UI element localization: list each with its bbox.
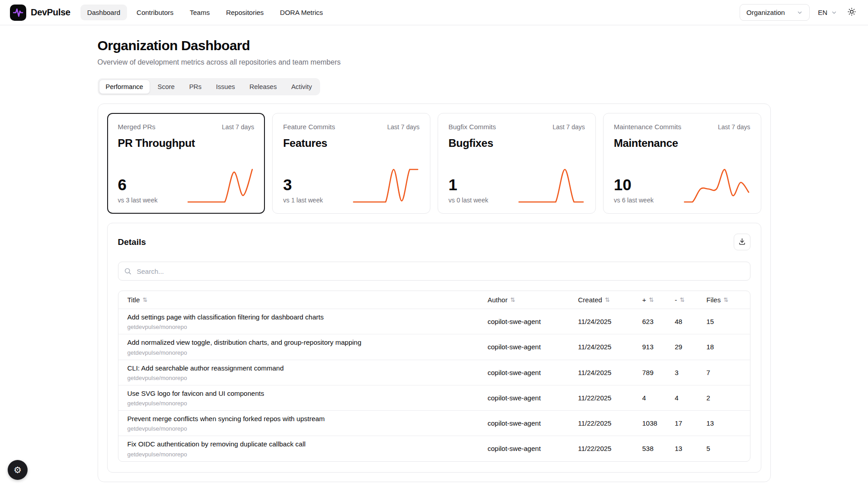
brand-name: DevPulse: [31, 7, 71, 18]
card-header: Feature Commits Last 7 days: [283, 123, 420, 131]
pr-title: Fix OIDC authentication by removing dupl…: [127, 440, 481, 449]
sparkline-chart: [352, 168, 420, 204]
column-header-files[interactable]: Files ⇅: [703, 291, 746, 309]
column-header-created[interactable]: Created ⇅: [575, 291, 639, 309]
tab-releases[interactable]: Releases: [243, 80, 283, 94]
tab-prs[interactable]: PRs: [182, 80, 208, 94]
table-row[interactable]: Add normalized view toggle, distribution…: [118, 334, 750, 359]
stat-card-pr-throughput[interactable]: Merged PRs Last 7 days PR Throughput 6 v…: [107, 113, 265, 214]
pr-title-cell: Fix OIDC authentication by removing dupl…: [122, 436, 484, 461]
card-period: Last 7 days: [387, 123, 420, 131]
tab-issues[interactable]: Issues: [209, 80, 242, 94]
page-title: Organization Dashboard: [98, 38, 771, 53]
pr-table: Title ⇅ Author ⇅ Created ⇅ +: [118, 291, 750, 462]
card-metric: 6 vs 3 last week: [118, 177, 158, 204]
pr-repo: getdevpulse/monorepo: [127, 324, 481, 330]
stat-cards: Merged PRs Last 7 days PR Throughput 6 v…: [107, 113, 761, 214]
card-value: 1: [448, 177, 488, 192]
card-title: Bugfixes: [448, 137, 585, 150]
sun-icon: [847, 7, 856, 18]
sort-icon: ⇅: [605, 297, 610, 303]
settings-fab[interactable]: ⚙: [8, 460, 28, 480]
card-eyebrow: Maintenance Commits: [614, 123, 681, 131]
search-input[interactable]: [118, 262, 750, 281]
nav-item-repositories[interactable]: Repositories: [219, 5, 270, 20]
pr-title-cell: Prevent merge conflicts when syncing for…: [122, 411, 484, 436]
card-header: Maintenance Commits Last 7 days: [614, 123, 750, 131]
pr-files: 5: [703, 441, 746, 456]
pr-title-cell: CLI: Add searchable author reassignment …: [122, 360, 484, 385]
organization-select-value: Organization: [746, 9, 785, 16]
pr-files: 18: [703, 339, 746, 354]
tab-performance[interactable]: Performance: [99, 80, 150, 94]
table-row[interactable]: Prevent merge conflicts when syncing for…: [118, 410, 750, 436]
pr-repo: getdevpulse/monorepo: [127, 375, 481, 381]
pr-title: CLI: Add searchable author reassignment …: [127, 364, 481, 373]
download-button[interactable]: [734, 234, 750, 250]
pr-additions: 4: [639, 390, 671, 405]
pr-files: 13: [703, 416, 746, 431]
chevron-down-icon: [831, 9, 837, 16]
metric-tabs: Performance Score PRs Issues Releases Ac…: [98, 78, 321, 95]
nav-item-contributors[interactable]: Contributors: [130, 5, 180, 20]
pr-title: Add normalized view toggle, distribution…: [127, 338, 481, 347]
card-metric: 10 vs 6 last week: [614, 177, 654, 204]
table-row[interactable]: Use SVG logo for favicon and UI componen…: [118, 385, 750, 410]
pr-deletions: 4: [671, 390, 703, 405]
tab-score[interactable]: Score: [151, 80, 182, 94]
card-title: PR Throughput: [118, 137, 255, 150]
card-title: Features: [283, 137, 420, 150]
sort-icon: ⇅: [680, 297, 685, 303]
table-row[interactable]: CLI: Add searchable author reassignment …: [118, 360, 750, 385]
sort-icon: ⇅: [142, 297, 147, 303]
pr-additions: 789: [639, 365, 671, 380]
column-header-deletions[interactable]: - ⇅: [671, 291, 703, 309]
tab-activity[interactable]: Activity: [284, 80, 319, 94]
sort-icon: ⇅: [723, 297, 728, 303]
language-select[interactable]: EN: [818, 9, 837, 16]
stat-card-bugfixes[interactable]: Bugfix Commits Last 7 days Bugfixes 1 vs…: [438, 113, 596, 214]
column-header-title[interactable]: Title ⇅: [122, 291, 484, 309]
sparkline-chart: [186, 168, 254, 204]
stat-card-features[interactable]: Feature Commits Last 7 days Features 3 v…: [272, 113, 430, 214]
card-header: Bugfix Commits Last 7 days: [448, 123, 585, 131]
brand[interactable]: DevPulse: [10, 5, 71, 21]
topbar-right: Organization EN: [740, 4, 858, 21]
stat-card-maintenance[interactable]: Maintenance Commits Last 7 days Maintena…: [603, 113, 761, 214]
main-content: Organization Dashboard Overview of devel…: [98, 38, 771, 482]
card-metric: 3 vs 1 last week: [283, 177, 323, 204]
card-period: Last 7 days: [222, 123, 255, 131]
pr-files: 2: [703, 390, 746, 405]
details-title: Details: [118, 237, 146, 247]
column-header-author[interactable]: Author ⇅: [484, 291, 575, 309]
card-metric: 1 vs 0 last week: [448, 177, 488, 204]
pr-author: copilot-swe-agent: [484, 441, 575, 456]
pr-created: 11/24/2025: [575, 365, 639, 380]
details-header: Details: [118, 234, 750, 250]
nav-item-dora-metrics[interactable]: DORA Metrics: [273, 5, 330, 20]
theme-toggle-button[interactable]: [845, 5, 858, 19]
pr-repo: getdevpulse/monorepo: [127, 425, 481, 432]
card-eyebrow: Feature Commits: [283, 123, 335, 131]
card-body: 1 vs 0 last week: [448, 168, 585, 204]
table-header-row: Title ⇅ Author ⇅ Created ⇅ +: [118, 291, 750, 309]
pr-repo: getdevpulse/monorepo: [127, 451, 481, 458]
nav-item-dashboard[interactable]: Dashboard: [80, 5, 127, 20]
card-body: 10 vs 6 last week: [614, 168, 750, 204]
nav-item-teams[interactable]: Teams: [183, 5, 217, 20]
sort-icon: ⇅: [649, 297, 654, 303]
table-row[interactable]: Fix OIDC authentication by removing dupl…: [118, 436, 750, 461]
pr-additions: 623: [639, 314, 671, 329]
card-comparison: vs 6 last week: [614, 197, 654, 204]
column-header-additions[interactable]: + ⇅: [639, 291, 671, 309]
chevron-down-icon: [797, 9, 803, 16]
pr-files: 7: [703, 365, 746, 380]
sort-icon: ⇅: [510, 297, 515, 303]
table-row[interactable]: Add settings page with classification fi…: [118, 309, 750, 334]
card-value: 3: [283, 177, 323, 192]
pr-repo: getdevpulse/monorepo: [127, 349, 481, 356]
pr-title-cell: Use SVG logo for favicon and UI componen…: [122, 385, 484, 410]
gear-icon: ⚙: [14, 465, 22, 474]
organization-select[interactable]: Organization: [740, 4, 810, 21]
sparkline-chart: [517, 168, 585, 204]
